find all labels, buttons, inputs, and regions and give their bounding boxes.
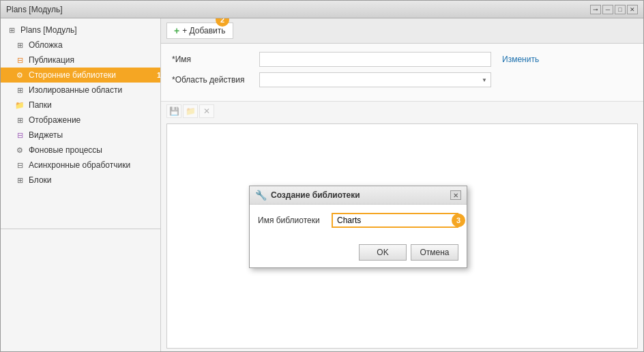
- close-button[interactable]: ✕: [627, 5, 638, 14]
- maximize-button[interactable]: □: [615, 5, 626, 14]
- dialog-title-label: Создание библиотеки: [271, 190, 360, 200]
- form-area: *Имя Изменить *Область действия: [161, 44, 643, 102]
- dialog-ok-button[interactable]: OK: [359, 244, 407, 261]
- scope-row: *Область действия: [172, 72, 632, 87]
- tree-item-publication[interactable]: ⊟ Публикация: [1, 53, 160, 68]
- scope-select[interactable]: [259, 72, 491, 87]
- tree-item-label: Папки: [29, 100, 52, 110]
- tree-item-async[interactable]: ⊟ Асинхронные обработчики: [1, 158, 160, 173]
- pin-button[interactable]: ⊸: [590, 5, 601, 14]
- dialog-body: Имя библиотеки 3: [250, 205, 467, 240]
- edit-link[interactable]: Изменить: [502, 55, 539, 64]
- tree-item-label: Отображение: [29, 115, 80, 125]
- left-panel: ⊞ Plans [Модуль] ⊞ Обложка ⊟ Публикация …: [1, 18, 161, 351]
- tree-item-label: Фоновые процессы: [29, 145, 102, 155]
- tree-item-plans[interactable]: ⊞ Plans [Модуль]: [1, 23, 160, 38]
- dialog-footer: OK Отмена: [250, 240, 467, 267]
- isolated-icon: ⊞: [14, 85, 25, 96]
- title-bar: Plans [Модуль] ⊸ ─ □ ✕: [1, 1, 643, 18]
- tree-item-folders[interactable]: 📁 Папки: [1, 98, 160, 113]
- dialog-lib-name-row: Имя библиотеки 3: [258, 213, 458, 228]
- right-panel: + + Добавить 2 *Имя Изменить *Область де…: [161, 18, 643, 351]
- scope-label: *Область действия: [172, 75, 254, 85]
- tree-item-isolated[interactable]: ⊞ Изолированные области: [1, 83, 160, 98]
- add-button-label: + Добавить: [182, 26, 225, 35]
- dialog-lib-name-input[interactable]: [332, 213, 458, 228]
- name-row: *Имя Изменить: [172, 52, 632, 67]
- tree-item-blocks[interactable]: ⊞ Блоки: [1, 173, 160, 188]
- dialog-icon: 🔧: [255, 190, 267, 201]
- widgets-icon: ⊟: [14, 130, 25, 141]
- tree-item-label: Обложка: [29, 40, 63, 50]
- blocks-icon: ⊞: [14, 175, 25, 186]
- window-title: Plans [Модуль]: [6, 5, 63, 14]
- delete-button[interactable]: ✕: [199, 104, 214, 118]
- save-button[interactable]: 💾: [166, 104, 181, 118]
- main-window: Plans [Модуль] ⊸ ─ □ ✕ ⊞ Plans [Модуль] …: [0, 0, 644, 352]
- tree-panel: ⊞ Plans [Модуль] ⊞ Обложка ⊟ Публикация …: [1, 18, 160, 229]
- folder-button[interactable]: 📁: [183, 104, 198, 118]
- tree-item-label: Plans [Модуль]: [20, 25, 77, 35]
- tree-item-widgets[interactable]: ⊟ Виджеты: [1, 128, 160, 143]
- tree-item-label: Сторонние библиотеки: [29, 70, 116, 80]
- mini-toolbar: 💾 📁 ✕: [161, 102, 643, 121]
- plans-icon: ⊞: [6, 25, 17, 35]
- name-label: *Имя: [172, 55, 254, 64]
- tree-item-cover[interactable]: ⊞ Обложка: [1, 38, 160, 53]
- tree-item-label: Публикация: [29, 55, 74, 65]
- dialog-close-button[interactable]: ✕: [450, 190, 461, 200]
- top-toolbar: + + Добавить 2: [161, 18, 643, 44]
- minimize-button[interactable]: ─: [602, 5, 613, 14]
- tree-item-libraries[interactable]: ⚙ Сторонние библиотеки 1: [1, 68, 160, 83]
- dialog-title-bar: 🔧 Создание библиотеки ✕: [250, 186, 467, 205]
- libraries-icon: ⚙: [14, 70, 25, 80]
- add-icon: +: [174, 25, 179, 36]
- title-bar-controls: ⊸ ─ □ ✕: [590, 5, 638, 14]
- tree-item-display[interactable]: ⊞ Отображение: [1, 113, 160, 128]
- main-content: ⊞ Plans [Модуль] ⊞ Обложка ⊟ Публикация …: [1, 18, 643, 351]
- background-icon: ⚙: [14, 145, 25, 156]
- dialog-lib-name-label: Имя библиотеки: [258, 216, 326, 225]
- create-library-dialog: 🔧 Создание библиотеки ✕ Имя библиотеки 3: [249, 186, 467, 268]
- dialog-name-badge: 3: [452, 214, 465, 227]
- display-icon: ⊞: [14, 115, 25, 126]
- folders-icon: 📁: [14, 100, 25, 111]
- publication-icon: ⊟: [14, 55, 25, 65]
- lower-panel: [1, 229, 160, 351]
- dialog-cancel-button[interactable]: Отмена: [411, 244, 458, 261]
- async-icon: ⊟: [14, 160, 25, 171]
- content-area: 🔧 Создание библиотеки ✕ Имя библиотеки 3: [166, 123, 638, 349]
- sidebar-badge: 1: [152, 68, 160, 82]
- tree-item-label: Блоки: [29, 175, 52, 185]
- tree-item-label: Изолированные области: [29, 85, 122, 95]
- dialog-title-text: 🔧 Создание библиотеки: [255, 190, 360, 201]
- tree-item-background[interactable]: ⚙ Фоновые процессы: [1, 143, 160, 158]
- tree-item-label: Асинхронные обработчики: [29, 160, 130, 170]
- name-input[interactable]: [259, 52, 491, 67]
- tree-item-label: Виджеты: [29, 130, 63, 140]
- cover-icon: ⊞: [14, 40, 25, 50]
